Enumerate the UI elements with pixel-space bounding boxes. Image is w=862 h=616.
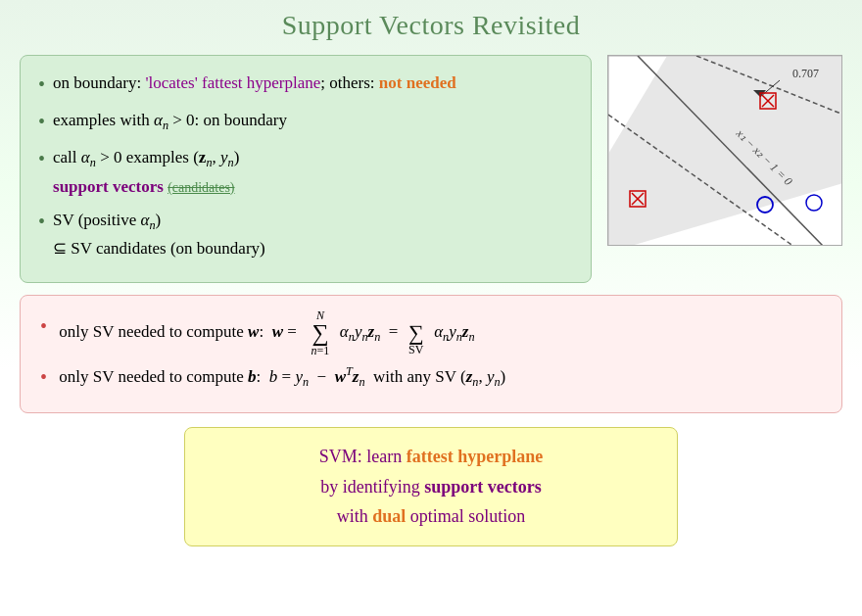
list-item: • examples with αn > 0: on boundary <box>38 107 573 138</box>
yellow-line3: with dual optimal solution <box>215 501 647 532</box>
candidates-label: (candidates) <box>168 180 234 195</box>
locates-text: 'locates' fattest hyperplane <box>145 73 320 92</box>
bullet-icon: • <box>38 143 45 175</box>
green-box: • on boundary: 'locates' fattest hyperpl… <box>20 55 592 283</box>
pink-box: • only SV needed to compute w: w = N ∑ n… <box>20 295 842 413</box>
svm-prefix: SVM: learn <box>319 447 407 466</box>
bullet-icon: • <box>40 359 47 395</box>
support-vectors-bold: support vectors <box>424 477 542 497</box>
diagram-box: 0.707 x₁ − x₂ − 1 = 0 <box>607 55 842 246</box>
yellow-line2: by identifying support vectors <box>215 472 647 502</box>
yellow-line1: SVM: learn fattest hyperplane <box>215 442 647 472</box>
bullet-icon: • <box>38 69 45 101</box>
top-section: • on boundary: 'locates' fattest hyperpl… <box>20 55 842 283</box>
support-vectors-label: support vectors <box>53 177 164 196</box>
list-item: • only SV needed to compute b: b = yn − … <box>40 360 822 395</box>
b-formula-text: only SV needed to compute b: b = yn − wT… <box>55 360 505 393</box>
fattest-text: fattest hyperplane <box>407 447 543 466</box>
list-item: • on boundary: 'locates' fattest hyperpl… <box>38 70 573 101</box>
list-item: • call αn > 0 examples (zn, yn) support … <box>38 144 573 201</box>
identifying-prefix: by identifying <box>320 477 424 497</box>
w-formula-text: only SV needed to compute w: w = N ∑ n=1… <box>55 309 475 356</box>
item2-text: examples with αn > 0: on boundary <box>53 107 287 136</box>
green-list: • on boundary: 'locates' fattest hyperpl… <box>38 70 573 262</box>
pink-list: • only SV needed to compute w: w = N ∑ n… <box>40 309 822 395</box>
item4-text: SV (positive αn) ⊆ SV candidates (on bou… <box>53 207 265 263</box>
svg-text:0.707: 0.707 <box>792 67 819 80</box>
diagram-svg: 0.707 x₁ − x₂ − 1 = 0 <box>608 56 842 246</box>
not-needed-text: not needed <box>379 73 456 92</box>
page-container: Support Vectors Revisited • on boundary:… <box>0 0 862 616</box>
page-title: Support Vectors Revisited <box>282 10 580 41</box>
item3-text: call αn > 0 examples (zn, yn) support ve… <box>53 144 239 201</box>
bullet-icon: • <box>38 206 45 238</box>
bullet-icon: • <box>38 106 45 138</box>
dual-text: dual <box>372 506 406 526</box>
optimal-suffix: optimal solution <box>406 506 525 526</box>
list-item: • only SV needed to compute w: w = N ∑ n… <box>40 309 822 356</box>
bullet-icon: • <box>40 308 47 344</box>
item1-text: on boundary: 'locates' fattest hyperplan… <box>53 70 456 97</box>
yellow-box: SVM: learn fattest hyperplane by identif… <box>184 427 678 546</box>
list-item: • SV (positive αn) ⊆ SV candidates (on b… <box>38 207 573 263</box>
with-prefix: with <box>337 506 373 526</box>
